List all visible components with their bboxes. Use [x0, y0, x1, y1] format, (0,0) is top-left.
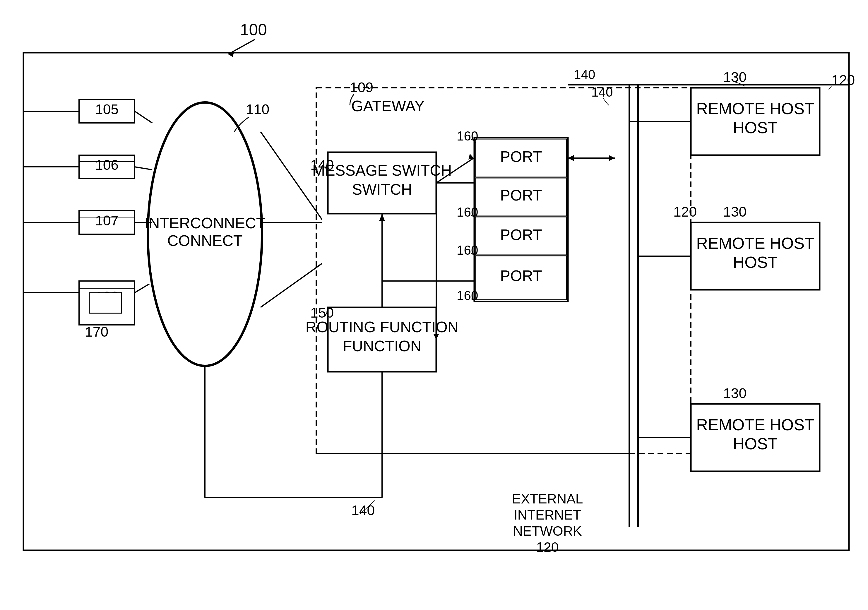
node-130-2-label: 130: [723, 204, 747, 220]
node-160-2-label: 160: [457, 205, 478, 219]
svg-rect-16: [89, 293, 121, 313]
svg-text:NETWORK: NETWORK: [513, 523, 582, 539]
node-140-ext-label: 140: [574, 67, 595, 82]
node-107-label: 107: [95, 213, 119, 228]
node-160-1-label: 160: [457, 129, 478, 143]
node-110-label: 110: [246, 102, 269, 117]
node-130-1-label: 130: [723, 70, 747, 85]
remote-host-2-label: REMOTE HOST: [696, 234, 814, 252]
remote-host-1-label: REMOTE HOST: [696, 99, 814, 118]
svg-text:INTERNET: INTERNET: [514, 507, 581, 522]
gateway-label: GATEWAY: [351, 98, 425, 115]
external-network-label: EXTERNAL: [512, 491, 583, 506]
port-2-label: PORT: [500, 187, 542, 204]
node-150-label: 150: [310, 305, 334, 320]
svg-text:120: 120: [536, 539, 559, 555]
node-106-label: 106: [95, 157, 119, 173]
node-120-label: 120: [831, 72, 855, 88]
svg-text:HOST: HOST: [733, 253, 778, 271]
port-4-label: PORT: [500, 267, 542, 284]
svg-text:FUNCTION: FUNCTION: [343, 338, 422, 355]
svg-text:HOST: HOST: [733, 435, 778, 453]
node-140-top-label: 140: [591, 85, 613, 99]
node-105-label: 105: [95, 102, 119, 117]
node-140-bottom-label: 140: [351, 503, 375, 518]
svg-text:HOST: HOST: [733, 119, 778, 137]
node-109-label: 109: [350, 80, 373, 95]
node-120-2-label: 120: [673, 204, 697, 220]
interconnect-label: INTERCONNECT: [144, 215, 265, 232]
port-1-label: PORT: [500, 148, 542, 165]
node-130-3-label: 130: [723, 386, 747, 401]
ref-100-label: 100: [240, 20, 267, 39]
node-140-ms-label: 140: [310, 157, 334, 173]
node-160-4-label: 160: [457, 288, 478, 303]
node-160-3-label: 160: [457, 243, 478, 257]
port-3-label: PORT: [500, 226, 542, 243]
svg-text:SWITCH: SWITCH: [352, 181, 412, 198]
routing-function-label: ROUTING FUNCTION: [305, 319, 459, 336]
remote-host-3-label: REMOTE HOST: [696, 416, 814, 434]
node-170-label: 170: [85, 324, 108, 339]
svg-text:CONNECT: CONNECT: [167, 232, 242, 249]
